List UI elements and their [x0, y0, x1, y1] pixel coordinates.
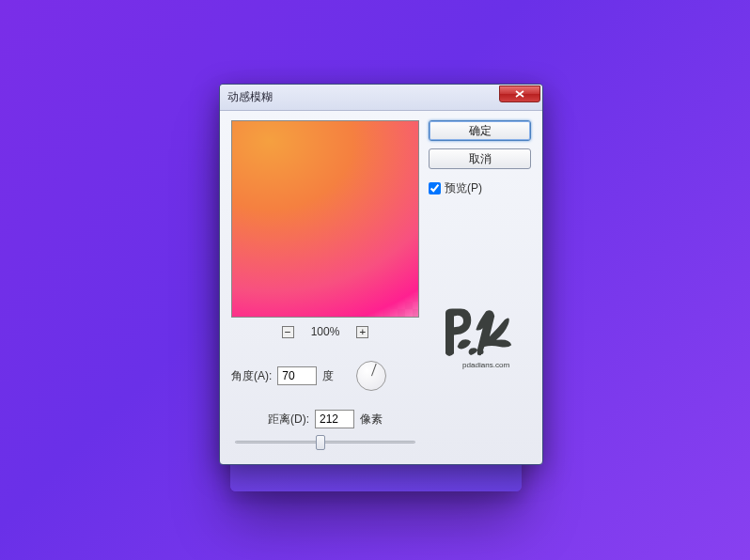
distance-unit: 像素 [360, 412, 383, 428]
motion-blur-dialog: 动感模糊 − 100% + 角度(A): 度 [219, 84, 543, 465]
distance-input[interactable] [315, 410, 354, 428]
preview-label: 预览(P) [445, 180, 482, 196]
ok-button[interactable]: 确定 [429, 120, 531, 141]
angle-input[interactable] [277, 366, 317, 385]
preview-canvas[interactable] [231, 120, 419, 318]
close-icon [515, 90, 524, 98]
plus-icon: + [360, 327, 367, 337]
dialog-title: 动感模糊 [227, 89, 499, 105]
distance-slider[interactable] [235, 434, 415, 449]
minus-icon: − [285, 327, 291, 337]
preview-gradient [232, 121, 418, 317]
preview-checkbox[interactable] [429, 182, 441, 194]
titlebar[interactable]: 动感模糊 [220, 85, 542, 111]
angle-dial[interactable] [356, 361, 386, 391]
slider-thumb[interactable] [316, 435, 325, 450]
zoom-out-button[interactable]: − [282, 326, 294, 338]
cancel-button[interactable]: 取消 [429, 148, 531, 169]
zoom-in-button[interactable]: + [356, 326, 368, 338]
distance-label: 距离(D): [268, 412, 309, 428]
close-button[interactable] [499, 86, 540, 102]
preview-toggle[interactable]: 预览(P) [429, 180, 531, 196]
zoom-level: 100% [311, 325, 340, 338]
angle-label: 角度(A): [231, 368, 272, 384]
slider-rail [235, 441, 415, 443]
angle-unit: 度 [322, 368, 334, 384]
